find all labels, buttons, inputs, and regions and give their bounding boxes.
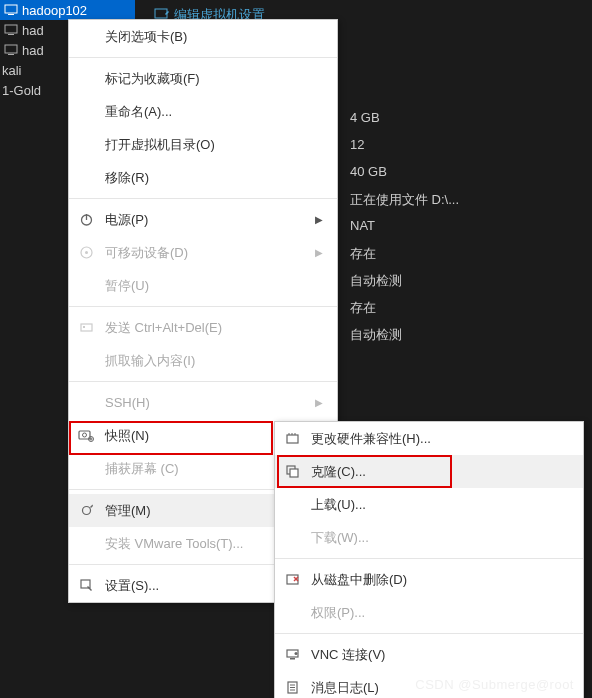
menu-item-label: 权限(P)... [311,604,569,622]
menu-separator [275,558,583,559]
menu-item-label: VNC 连接(V) [311,646,569,664]
svg-point-15 [83,433,87,437]
device-icon [77,244,95,262]
menu-item[interactable]: 更改硬件兼容性(H)... [275,422,583,455]
submenu-arrow-icon: ▶ [315,247,323,258]
prop-memory: 4 GB [350,110,459,137]
blank-icon [77,460,95,478]
menu-item[interactable]: 移除(R) [69,161,337,194]
menu-separator [69,306,337,307]
svg-rect-13 [83,326,85,328]
vm-icon [4,24,18,36]
svg-rect-1 [8,14,14,15]
prop-present1: 存在 [350,245,459,272]
delete-icon [283,571,301,589]
menu-item: 可移动设备(D)▶ [69,236,337,269]
vm-label: kali [2,63,22,78]
prop-disk: 40 GB [350,164,459,191]
svg-rect-5 [8,54,14,55]
blank-icon [283,496,301,514]
svg-point-19 [82,507,90,515]
menu-item-label: 发送 Ctrl+Alt+Del(E) [105,319,323,337]
prop-network: NAT [350,218,459,245]
svg-rect-21 [287,435,298,443]
menu-item[interactable]: 克隆(C)... [275,455,583,488]
watermark: CSDN @Submerge@root [415,677,574,692]
menu-item[interactable]: 重命名(A)... [69,95,337,128]
settings-icon [77,577,95,595]
menu-item-label: 上载(U)... [311,496,569,514]
blank-icon [77,28,95,46]
vm-properties: 4 GB 12 40 GB 正在使用文件 D:\... NAT 存在 自动检测 … [350,110,459,353]
menu-item[interactable]: 关闭选项卡(B) [69,20,337,53]
blank-icon [77,169,95,187]
prop-auto1: 自动检测 [350,272,459,299]
blank-icon [77,535,95,553]
svg-rect-2 [5,25,17,33]
menu-separator [69,198,337,199]
menu-item-label: SSH(H) [105,395,315,410]
menu-item-label: 打开虚拟机目录(O) [105,136,323,154]
vm-icon [4,44,18,56]
svg-rect-3 [8,34,14,35]
vm-label: 1-Gold [2,83,41,98]
svg-rect-0 [5,5,17,13]
prop-auto2: 自动检测 [350,326,459,353]
menu-item-label: 电源(P) [105,211,315,229]
menu-item[interactable]: 打开虚拟机目录(O) [69,128,337,161]
hardware-icon [283,430,301,448]
vnc-icon [283,646,301,664]
blank-icon [77,277,95,295]
menu-item[interactable]: VNC 连接(V) [275,638,583,671]
svg-rect-31 [290,658,295,660]
menu-item: 下载(W)... [275,521,583,554]
snapshot-icon [77,427,95,445]
blank-icon [283,604,301,622]
menu-item-label: 抓取输入内容(I) [105,352,323,370]
submenu-arrow-icon: ▶ [315,397,323,408]
log-icon [283,679,301,697]
power-icon [77,211,95,229]
manage-icon [77,502,95,520]
svg-rect-26 [290,469,298,477]
menu-item-label: 更改硬件兼容性(H)... [311,430,569,448]
menu-item-label: 下载(W)... [311,529,569,547]
svg-point-32 [294,652,297,655]
menu-item[interactable]: 从磁盘中删除(D) [275,563,583,596]
vm-item-hadoop102[interactable]: hadoop102 [0,0,135,20]
blank-icon [77,70,95,88]
svg-rect-12 [81,324,92,331]
prop-present2: 存在 [350,299,459,326]
menu-item[interactable]: 标记为收藏项(F) [69,62,337,95]
vm-label: hadoop102 [22,3,87,18]
svg-rect-6 [155,9,167,18]
menu-item-label: 关闭选项卡(B) [105,28,323,46]
prop-file: 正在使用文件 D:\... [350,191,459,218]
menu-item-label: 克隆(C)... [311,463,569,481]
blank-icon [77,103,95,121]
menu-item-label: 可移动设备(D) [105,244,315,262]
menu-item: SSH(H)▶ [69,386,337,419]
send-icon [77,319,95,337]
blank-icon [77,394,95,412]
menu-item: 权限(P)... [275,596,583,629]
menu-item: 发送 Ctrl+Alt+Del(E) [69,311,337,344]
prop-cpu: 12 [350,137,459,164]
blank-icon [77,136,95,154]
menu-item[interactable]: 电源(P)▶ [69,203,337,236]
clone-icon [283,463,301,481]
menu-item-label: 重命名(A)... [105,103,323,121]
menu-item-label: 暂停(U) [105,277,323,295]
submenu-arrow-icon: ▶ [315,214,323,225]
menu-item[interactable]: 上载(U)... [275,488,583,521]
blank-icon [283,529,301,547]
context-menu-manage: 更改硬件兼容性(H)...克隆(C)...上载(U)...下载(W)...从磁盘… [274,421,584,698]
svg-point-11 [85,251,88,254]
vm-icon [4,4,18,16]
menu-item-label: 移除(R) [105,169,323,187]
vm-label: had [22,23,44,38]
menu-item-label: 标记为收藏项(F) [105,70,323,88]
vm-label: had [22,43,44,58]
menu-item-label: 从磁盘中删除(D) [311,571,569,589]
menu-item: 抓取输入内容(I) [69,344,337,377]
